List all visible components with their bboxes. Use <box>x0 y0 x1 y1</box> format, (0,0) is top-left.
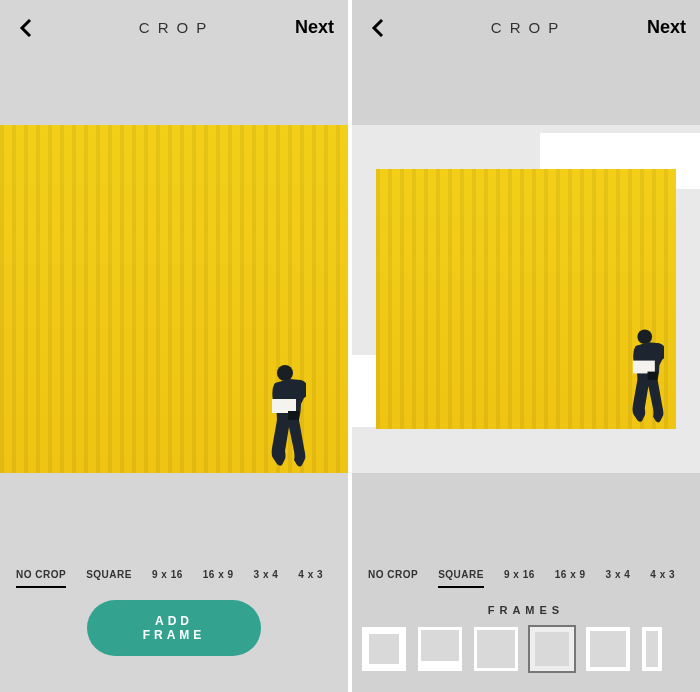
crop-option-3x4[interactable]: 3 x 4 <box>254 563 279 588</box>
screen-title: CROP <box>38 19 295 36</box>
svg-point-0 <box>277 365 293 381</box>
svg-rect-1 <box>272 399 296 413</box>
svg-rect-4 <box>633 361 655 374</box>
crop-option-9x16[interactable]: 9 x 16 <box>152 563 183 588</box>
crop-ratio-strip: NO CROP SQUARE 9 x 16 16 x 9 3 x 4 4 x 3… <box>0 560 348 590</box>
frame-thumb-thin[interactable] <box>474 627 518 671</box>
next-button[interactable]: Next <box>647 17 686 38</box>
svg-rect-5 <box>648 372 658 380</box>
crop-option-no-crop[interactable]: NO CROP <box>368 563 418 588</box>
crop-option-4x3[interactable]: 4 x 3 <box>298 563 323 588</box>
screen-title: CROP <box>390 19 647 36</box>
photo-canvas[interactable] <box>352 125 700 473</box>
header: CROP Next <box>352 0 700 55</box>
frames-heading: FRAMES <box>352 604 700 616</box>
back-button[interactable] <box>366 16 390 40</box>
screen-crop-square-frames: CROP Next NO CROP SQUARE 9 x 16 16 x 9 3… <box>352 0 700 692</box>
chevron-left-icon <box>19 19 33 37</box>
svg-point-3 <box>637 329 652 344</box>
frame-thumb-inset[interactable] <box>362 627 406 671</box>
svg-rect-2 <box>288 411 299 420</box>
crop-option-4x3[interactable]: 4 x 3 <box>650 563 675 588</box>
photo-canvas[interactable] <box>0 125 348 473</box>
photo-subject-person <box>620 327 664 429</box>
frame-thumb-polaroid[interactable] <box>418 627 462 671</box>
crop-ratio-strip: NO CROP SQUARE 9 x 16 16 x 9 3 x 4 4 x 3… <box>352 560 700 590</box>
framed-photo <box>376 169 676 429</box>
frames-strip <box>352 624 700 674</box>
crop-option-3x4[interactable]: 3 x 4 <box>606 563 631 588</box>
crop-option-no-crop[interactable]: NO CROP <box>16 563 66 588</box>
crop-option-16x9[interactable]: 16 x 9 <box>555 563 586 588</box>
add-frame-button[interactable]: ADD FRAME <box>87 600 261 656</box>
crop-option-square[interactable]: SQUARE <box>86 563 132 588</box>
screen-crop-no-crop: CROP Next NO CROP SQUARE 9 x 16 16 x 9 3… <box>0 0 348 692</box>
next-button[interactable]: Next <box>295 17 334 38</box>
crop-option-square[interactable]: SQUARE <box>438 563 484 588</box>
photo-subject-person <box>258 363 306 473</box>
crop-option-16x9[interactable]: 16 x 9 <box>203 563 234 588</box>
header: CROP Next <box>0 0 348 55</box>
frame-thumb-cut[interactable] <box>642 627 662 671</box>
frame-thumb-grey[interactable] <box>530 627 574 671</box>
frame-thumb-plain[interactable] <box>586 627 630 671</box>
back-button[interactable] <box>14 16 38 40</box>
chevron-left-icon <box>371 19 385 37</box>
crop-option-9x16[interactable]: 9 x 16 <box>504 563 535 588</box>
